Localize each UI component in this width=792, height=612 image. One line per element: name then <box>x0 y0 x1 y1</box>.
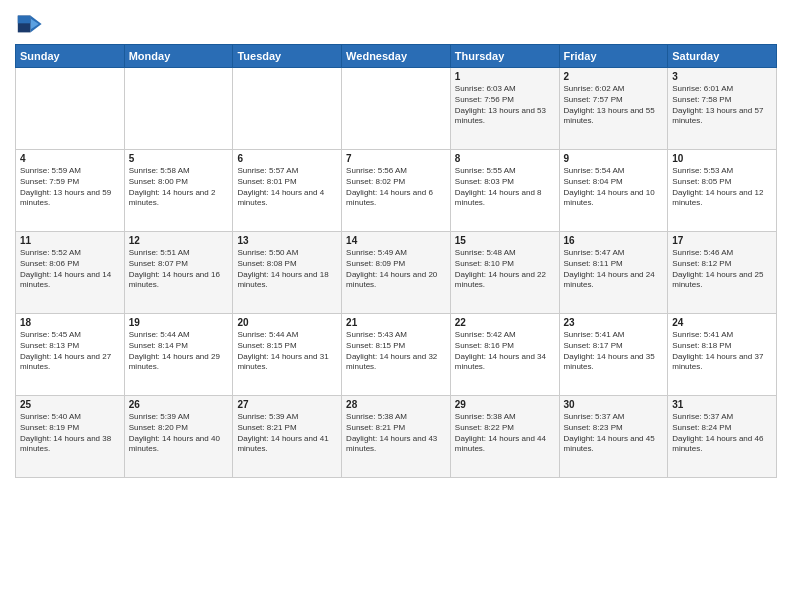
cell-info: Sunrise: 5:45 AMSunset: 8:13 PMDaylight:… <box>20 330 120 373</box>
col-header-sunday: Sunday <box>16 45 125 68</box>
cell-5-5: 29Sunrise: 5:38 AMSunset: 8:22 PMDayligh… <box>450 396 559 478</box>
cell-4-5: 22Sunrise: 5:42 AMSunset: 8:16 PMDayligh… <box>450 314 559 396</box>
day-number: 3 <box>672 71 772 82</box>
day-number: 6 <box>237 153 337 164</box>
day-number: 26 <box>129 399 229 410</box>
col-header-thursday: Thursday <box>450 45 559 68</box>
cell-5-7: 31Sunrise: 5:37 AMSunset: 8:24 PMDayligh… <box>668 396 777 478</box>
cell-3-1: 11Sunrise: 5:52 AMSunset: 8:06 PMDayligh… <box>16 232 125 314</box>
cell-1-6: 2Sunrise: 6:02 AMSunset: 7:57 PMDaylight… <box>559 68 668 150</box>
svg-rect-4 <box>18 16 31 24</box>
day-number: 13 <box>237 235 337 246</box>
cell-3-5: 15Sunrise: 5:48 AMSunset: 8:10 PMDayligh… <box>450 232 559 314</box>
cell-1-7: 3Sunrise: 6:01 AMSunset: 7:58 PMDaylight… <box>668 68 777 150</box>
cell-1-3 <box>233 68 342 150</box>
day-number: 12 <box>129 235 229 246</box>
cell-1-2 <box>124 68 233 150</box>
cell-info: Sunrise: 5:44 AMSunset: 8:15 PMDaylight:… <box>237 330 337 373</box>
cell-info: Sunrise: 5:38 AMSunset: 8:22 PMDaylight:… <box>455 412 555 455</box>
cell-5-4: 28Sunrise: 5:38 AMSunset: 8:21 PMDayligh… <box>342 396 451 478</box>
cell-info: Sunrise: 5:53 AMSunset: 8:05 PMDaylight:… <box>672 166 772 209</box>
col-header-friday: Friday <box>559 45 668 68</box>
day-number: 14 <box>346 235 446 246</box>
cell-info: Sunrise: 5:50 AMSunset: 8:08 PMDaylight:… <box>237 248 337 291</box>
header <box>15 10 777 38</box>
day-number: 1 <box>455 71 555 82</box>
day-number: 31 <box>672 399 772 410</box>
cell-3-4: 14Sunrise: 5:49 AMSunset: 8:09 PMDayligh… <box>342 232 451 314</box>
cell-info: Sunrise: 5:47 AMSunset: 8:11 PMDaylight:… <box>564 248 664 291</box>
cell-info: Sunrise: 5:51 AMSunset: 8:07 PMDaylight:… <box>129 248 229 291</box>
cell-info: Sunrise: 5:59 AMSunset: 7:59 PMDaylight:… <box>20 166 120 209</box>
day-number: 2 <box>564 71 664 82</box>
cell-info: Sunrise: 5:57 AMSunset: 8:01 PMDaylight:… <box>237 166 337 209</box>
col-header-monday: Monday <box>124 45 233 68</box>
cell-5-2: 26Sunrise: 5:39 AMSunset: 8:20 PMDayligh… <box>124 396 233 478</box>
day-number: 10 <box>672 153 772 164</box>
cell-4-1: 18Sunrise: 5:45 AMSunset: 8:13 PMDayligh… <box>16 314 125 396</box>
calendar-header: SundayMondayTuesdayWednesdayThursdayFrid… <box>16 45 777 68</box>
cell-4-6: 23Sunrise: 5:41 AMSunset: 8:17 PMDayligh… <box>559 314 668 396</box>
cell-2-3: 6Sunrise: 5:57 AMSunset: 8:01 PMDaylight… <box>233 150 342 232</box>
cell-4-7: 24Sunrise: 5:41 AMSunset: 8:18 PMDayligh… <box>668 314 777 396</box>
day-number: 21 <box>346 317 446 328</box>
day-number: 9 <box>564 153 664 164</box>
cell-info: Sunrise: 5:43 AMSunset: 8:15 PMDaylight:… <box>346 330 446 373</box>
cell-info: Sunrise: 5:49 AMSunset: 8:09 PMDaylight:… <box>346 248 446 291</box>
cell-2-1: 4Sunrise: 5:59 AMSunset: 7:59 PMDaylight… <box>16 150 125 232</box>
day-number: 22 <box>455 317 555 328</box>
day-number: 11 <box>20 235 120 246</box>
logo <box>15 10 47 38</box>
col-header-tuesday: Tuesday <box>233 45 342 68</box>
cell-info: Sunrise: 5:52 AMSunset: 8:06 PMDaylight:… <box>20 248 120 291</box>
cell-3-6: 16Sunrise: 5:47 AMSunset: 8:11 PMDayligh… <box>559 232 668 314</box>
week-row-4: 18Sunrise: 5:45 AMSunset: 8:13 PMDayligh… <box>16 314 777 396</box>
day-number: 29 <box>455 399 555 410</box>
cell-2-4: 7Sunrise: 5:56 AMSunset: 8:02 PMDaylight… <box>342 150 451 232</box>
cell-info: Sunrise: 5:40 AMSunset: 8:19 PMDaylight:… <box>20 412 120 455</box>
day-number: 27 <box>237 399 337 410</box>
cell-4-3: 20Sunrise: 5:44 AMSunset: 8:15 PMDayligh… <box>233 314 342 396</box>
calendar-table: SundayMondayTuesdayWednesdayThursdayFrid… <box>15 44 777 478</box>
cell-info: Sunrise: 6:03 AMSunset: 7:56 PMDaylight:… <box>455 84 555 127</box>
calendar-body: 1Sunrise: 6:03 AMSunset: 7:56 PMDaylight… <box>16 68 777 478</box>
col-header-wednesday: Wednesday <box>342 45 451 68</box>
day-number: 23 <box>564 317 664 328</box>
cell-3-3: 13Sunrise: 5:50 AMSunset: 8:08 PMDayligh… <box>233 232 342 314</box>
cell-2-7: 10Sunrise: 5:53 AMSunset: 8:05 PMDayligh… <box>668 150 777 232</box>
cell-5-6: 30Sunrise: 5:37 AMSunset: 8:23 PMDayligh… <box>559 396 668 478</box>
cell-info: Sunrise: 5:37 AMSunset: 8:23 PMDaylight:… <box>564 412 664 455</box>
cell-2-6: 9Sunrise: 5:54 AMSunset: 8:04 PMDaylight… <box>559 150 668 232</box>
day-number: 20 <box>237 317 337 328</box>
week-row-2: 4Sunrise: 5:59 AMSunset: 7:59 PMDaylight… <box>16 150 777 232</box>
day-number: 19 <box>129 317 229 328</box>
logo-icon <box>15 10 43 38</box>
cell-info: Sunrise: 5:44 AMSunset: 8:14 PMDaylight:… <box>129 330 229 373</box>
cell-info: Sunrise: 5:41 AMSunset: 8:17 PMDaylight:… <box>564 330 664 373</box>
day-number: 18 <box>20 317 120 328</box>
day-number: 16 <box>564 235 664 246</box>
day-number: 17 <box>672 235 772 246</box>
cell-2-2: 5Sunrise: 5:58 AMSunset: 8:00 PMDaylight… <box>124 150 233 232</box>
day-number: 28 <box>346 399 446 410</box>
page: SundayMondayTuesdayWednesdayThursdayFrid… <box>0 0 792 612</box>
col-header-saturday: Saturday <box>668 45 777 68</box>
cell-info: Sunrise: 6:02 AMSunset: 7:57 PMDaylight:… <box>564 84 664 127</box>
day-number: 30 <box>564 399 664 410</box>
cell-info: Sunrise: 5:37 AMSunset: 8:24 PMDaylight:… <box>672 412 772 455</box>
cell-info: Sunrise: 5:38 AMSunset: 8:21 PMDaylight:… <box>346 412 446 455</box>
cell-5-1: 25Sunrise: 5:40 AMSunset: 8:19 PMDayligh… <box>16 396 125 478</box>
day-number: 5 <box>129 153 229 164</box>
day-number: 4 <box>20 153 120 164</box>
cell-info: Sunrise: 5:56 AMSunset: 8:02 PMDaylight:… <box>346 166 446 209</box>
cell-3-7: 17Sunrise: 5:46 AMSunset: 8:12 PMDayligh… <box>668 232 777 314</box>
cell-5-3: 27Sunrise: 5:39 AMSunset: 8:21 PMDayligh… <box>233 396 342 478</box>
cell-info: Sunrise: 6:01 AMSunset: 7:58 PMDaylight:… <box>672 84 772 127</box>
cell-1-4 <box>342 68 451 150</box>
cell-info: Sunrise: 5:48 AMSunset: 8:10 PMDaylight:… <box>455 248 555 291</box>
cell-info: Sunrise: 5:42 AMSunset: 8:16 PMDaylight:… <box>455 330 555 373</box>
cell-info: Sunrise: 5:41 AMSunset: 8:18 PMDaylight:… <box>672 330 772 373</box>
cell-info: Sunrise: 5:46 AMSunset: 8:12 PMDaylight:… <box>672 248 772 291</box>
cell-info: Sunrise: 5:39 AMSunset: 8:21 PMDaylight:… <box>237 412 337 455</box>
week-row-3: 11Sunrise: 5:52 AMSunset: 8:06 PMDayligh… <box>16 232 777 314</box>
